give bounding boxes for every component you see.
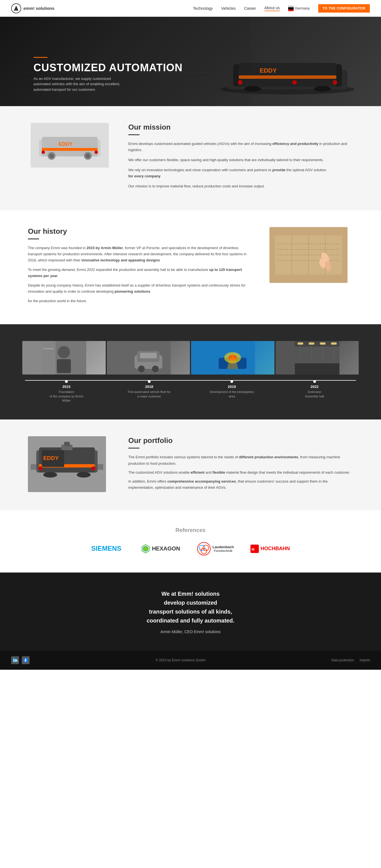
logo-text: emm! solutions	[24, 6, 55, 10]
portfolio-agv-svg: EDDY	[28, 436, 106, 492]
svg-point-19	[314, 86, 331, 92]
timeline-year-2019: 2019	[228, 384, 236, 389]
svg-rect-12	[239, 63, 336, 87]
laudenbach-logo: LF Laudenbach Formtechnik	[197, 542, 234, 556]
svg-point-16	[333, 80, 337, 85]
timeline-label-2019: Development of the intralogisticsarea	[210, 390, 254, 399]
portfolio-section: EDDY Our portfolio The Emmi portfolio in…	[0, 420, 381, 510]
svg-point-29	[95, 151, 98, 154]
footer-cta-text: We at Emm! solutions develop customized …	[11, 589, 370, 625]
siemens-logo-svg: SIEMENS	[91, 542, 125, 554]
timeline-img-2015: INTERIOR	[22, 341, 106, 374]
svg-text:LF: LF	[200, 548, 202, 550]
logo-icon	[11, 3, 21, 13]
imprint-link[interactable]: Imprint	[359, 658, 370, 662]
hero-agv-image: EDDY	[211, 33, 364, 100]
timeline-label-2022: ExtensionAssembly hall	[305, 390, 324, 399]
timeline-label-2018: First automated vehicle fleet fora major…	[128, 390, 170, 399]
svg-point-50	[138, 366, 145, 372]
timeline-item-2015: 2015 Foundationof the company by ArminMü…	[25, 380, 108, 403]
references-logos-row: SIEMENS HEXAGON LF Laudenbach	[28, 542, 353, 556]
history-image-box	[270, 227, 348, 283]
nav-technology[interactable]: Technology	[193, 6, 213, 10]
configurator-button[interactable]: TO THE CONFIGURATOR	[318, 4, 370, 12]
svg-rect-69	[331, 342, 337, 345]
svg-rect-52	[140, 353, 157, 358]
timeline-year-2015: 2015	[63, 384, 71, 389]
references-section: References SIEMENS HEXAGON L	[0, 510, 381, 572]
linkedin-icon[interactable]	[11, 656, 19, 664]
timeline-item-2019: 2019 Development of the intralogisticsar…	[190, 380, 273, 403]
nav-vehicles[interactable]: Vehicles	[221, 6, 236, 10]
timeline-dot-2019	[231, 380, 233, 383]
mission-agv-svg: EDDY	[33, 126, 106, 165]
facebook-svg	[24, 658, 28, 662]
nav-career[interactable]: Career	[244, 6, 256, 10]
svg-rect-22	[42, 148, 98, 151]
timeline-img-2022-svg	[295, 341, 340, 374]
history-para-3: Despite its young company history, Emmi …	[28, 282, 253, 294]
svg-point-14	[238, 80, 242, 85]
svg-point-78	[77, 472, 91, 477]
svg-point-18	[244, 86, 261, 92]
nav-about[interactable]: About us	[265, 6, 280, 11]
timeline-label-2015: Foundationof the company by ArminMüller	[50, 390, 83, 403]
hochbahn-logo-text: HOCHBAHN	[261, 546, 290, 552]
history-text-block: Our history The company Emmi was founded…	[28, 227, 253, 308]
facebook-icon[interactable]	[22, 656, 30, 664]
hexagon-logo-text: HEXAGON	[152, 546, 180, 552]
portfolio-title-line	[128, 448, 139, 448]
language-selector[interactable]: Germany	[288, 6, 310, 11]
svg-point-77	[43, 472, 57, 477]
portfolio-title: Our portfolio	[128, 436, 353, 445]
main-nav: Technology Vehicles Career About us Germ…	[193, 4, 370, 12]
mission-section: EDDY Our mission Emmi develops customize…	[0, 106, 381, 210]
hero-section: EDDY CUSTOMIZED AUTOMATION As an AGV man…	[0, 17, 381, 106]
mission-text-block: Our mission Emmi develops customized aut…	[128, 123, 353, 193]
svg-rect-66	[298, 342, 303, 345]
mission-para-3: We rely on innovative technologies and c…	[128, 167, 353, 179]
history-para-1: The company Emmi was founded in 2015 by …	[28, 245, 253, 264]
timeline-item-2022: 2022 ExtensionAssembly hall	[273, 380, 356, 403]
svg-point-80	[92, 466, 95, 470]
svg-text:EDDY: EDDY	[43, 455, 59, 461]
mission-para-4: Our mission is to improve material flow,…	[128, 183, 353, 189]
hero-accent-line	[33, 57, 47, 58]
header: emm! solutions Technology Vehicles Caree…	[0, 0, 381, 17]
timeline-dots: 2015 Foundationof the company by ArminMü…	[25, 380, 356, 403]
timeline-img-2022	[276, 341, 359, 374]
footer-cta-author: Armin Müller, CEO Emm! solutions	[11, 629, 370, 634]
svg-point-51	[152, 366, 159, 372]
svg-rect-65	[295, 363, 340, 374]
logo[interactable]: emm! solutions	[11, 3, 55, 13]
svg-rect-68	[320, 342, 325, 345]
timeline-dot-2022	[313, 380, 316, 383]
footer-links: Data protection Imprint	[331, 658, 370, 662]
svg-rect-95	[13, 659, 14, 662]
timeline-item-2018: 2018 First automated vehicle fleet fora …	[108, 380, 191, 403]
portfolio-text-block: Our portfolio The Emmi portfolio include…	[128, 436, 353, 493]
timeline-img-2019-svg	[210, 341, 255, 374]
svg-text:SIEMENS: SIEMENS	[91, 545, 121, 552]
portfolio-para-3: In addition, Emmi offers comprehensive a…	[128, 478, 353, 491]
history-title: Our history	[28, 227, 253, 236]
svg-marker-1	[14, 6, 19, 10]
language-label: Germany	[295, 6, 310, 10]
mission-para-1: Emmi develops customized automated guide…	[128, 141, 353, 153]
history-para-4: for the production world in the future.	[28, 298, 253, 304]
hexagon-logo: HEXAGON	[141, 544, 180, 554]
portfolio-image-box: EDDY	[28, 436, 106, 492]
svg-point-28	[41, 151, 45, 154]
hochbahn-logo-icon: H	[250, 545, 259, 553]
hero-title: CUSTOMIZED AUTOMATION	[33, 62, 183, 74]
svg-rect-4	[288, 6, 294, 7]
timeline-bar-container: 2015 Foundationof the company by ArminMü…	[25, 380, 356, 403]
svg-text:EDDY: EDDY	[260, 67, 277, 74]
svg-point-43	[58, 346, 70, 358]
hexagon-logo-icon	[141, 544, 150, 554]
svg-point-15	[292, 80, 297, 85]
data-protection-link[interactable]: Data protection	[331, 658, 354, 662]
svg-text:EDDY: EDDY	[59, 141, 72, 147]
svg-point-79	[38, 466, 42, 470]
portfolio-image: EDDY	[28, 436, 111, 492]
